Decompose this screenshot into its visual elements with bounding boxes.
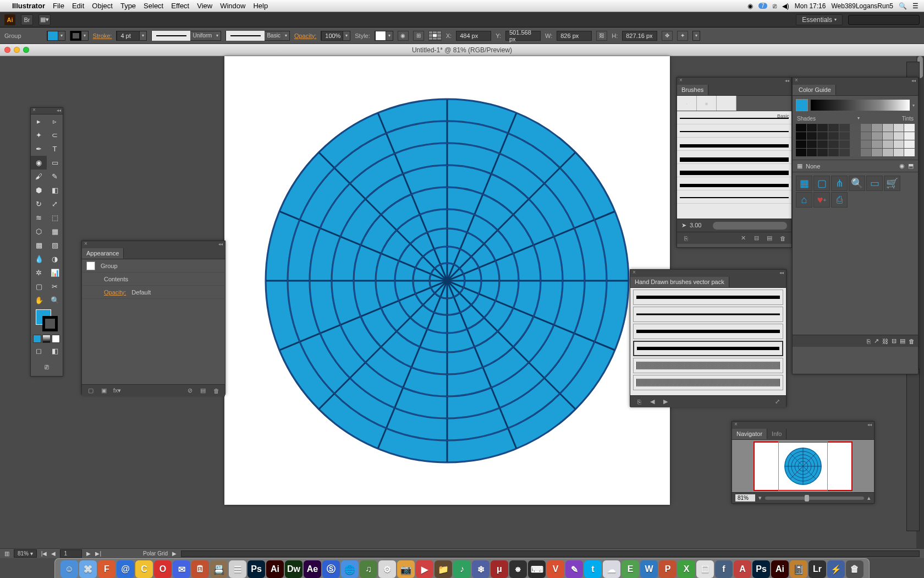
new-symbol-button[interactable]: ▤ <box>900 337 905 345</box>
align-button[interactable]: ⊞ <box>413 31 424 41</box>
navigator-proxy-view[interactable] <box>732 440 874 492</box>
zoom-out-button[interactable]: ▾ <box>758 494 762 501</box>
rectangle-tool[interactable]: ▭ <box>47 156 63 170</box>
color-cell[interactable] <box>796 140 806 148</box>
line-segment-tool[interactable]: ◉ <box>31 156 47 170</box>
blend-tool[interactable]: ◑ <box>47 252 63 266</box>
notification-center-icon[interactable]: ☰ <box>912 2 919 10</box>
brush-item[interactable] <box>633 307 783 322</box>
save-group-icon[interactable]: ⬒ <box>908 162 914 170</box>
remove-stroke-button[interactable]: ✕ <box>738 234 749 243</box>
close-window-button[interactable] <box>4 47 10 53</box>
color-cell[interactable] <box>839 140 850 148</box>
color-cell[interactable] <box>904 140 915 148</box>
delete-brush-button[interactable]: 🗑 <box>777 234 788 243</box>
dock-app-icon[interactable]: 📁 <box>435 560 452 578</box>
duplicate-button[interactable]: ▤ <box>197 386 208 395</box>
h-field[interactable]: 827.16 px <box>622 31 657 41</box>
brush-item[interactable] <box>633 358 783 373</box>
menu-select[interactable]: Select <box>144 2 163 10</box>
menu-window[interactable]: Window <box>220 2 245 10</box>
new-fill-button[interactable]: ▣ <box>98 386 109 395</box>
zoom-slider[interactable] <box>765 497 864 500</box>
dock-app-icon[interactable]: E <box>622 560 639 578</box>
color-cell[interactable] <box>807 124 817 132</box>
color-cell[interactable] <box>883 149 893 156</box>
style-swatch[interactable]: ▾ <box>375 31 393 41</box>
eraser-tool[interactable]: ◧ <box>47 183 63 197</box>
dock-app-icon[interactable]: C <box>135 560 153 578</box>
dock-app-icon[interactable]: ❄ <box>472 560 490 578</box>
scale-tool[interactable]: ⤢ <box>47 197 63 211</box>
dock-app-icon[interactable]: 🌐 <box>341 560 359 578</box>
shade-tint-dropdown[interactable]: ▾ <box>857 116 860 122</box>
status-dropdown[interactable]: ▶ <box>172 550 177 557</box>
shape-builder-tool[interactable]: ⬡ <box>31 225 47 238</box>
rule-name[interactable]: None <box>806 163 820 170</box>
menu-edit[interactable]: Edit <box>72 2 84 10</box>
color-cell[interactable] <box>807 149 817 156</box>
next-library-button[interactable]: ▶ <box>660 397 671 406</box>
color-cell[interactable] <box>894 132 904 140</box>
color-cell[interactable] <box>828 140 839 148</box>
gradient-tool[interactable]: ▨ <box>47 238 63 252</box>
color-cell[interactable] <box>904 124 915 132</box>
brush-swatch-1[interactable]: · <box>677 96 697 111</box>
color-cell[interactable] <box>828 149 839 156</box>
symbol-sprayer-tool[interactable]: ✲ <box>31 266 47 280</box>
color-mode-none[interactable] <box>52 335 60 343</box>
tools-panel-header[interactable] <box>31 108 63 114</box>
dock-app-icon[interactable]: Ⓢ <box>322 560 340 578</box>
first-artboard-button[interactable]: |◀ <box>41 550 47 557</box>
link-wh-button[interactable]: ⛓ <box>596 31 607 41</box>
symbol-calendar-icon[interactable]: ▦ <box>796 176 812 191</box>
dock-app-icon[interactable]: Ps <box>248 560 265 578</box>
harmony-dropdown-icon[interactable]: ▾ <box>912 103 915 108</box>
dock-app-icon[interactable]: Ps <box>752 560 770 578</box>
stroke-weight-field[interactable]: 4 pt▾ <box>116 31 147 41</box>
color-cell[interactable] <box>894 140 904 148</box>
artboard[interactable] <box>224 56 670 505</box>
brush-swatch-3[interactable] <box>717 96 736 111</box>
color-cell[interactable] <box>872 149 882 156</box>
brush-item-selected[interactable] <box>633 341 783 356</box>
brush-libraries-button[interactable]: ⎘ <box>680 234 691 243</box>
magic-wand-tool[interactable]: ✦ <box>31 128 47 142</box>
horizontal-scrollbar[interactable] <box>181 550 920 557</box>
draw-mode-behind[interactable]: ◧ <box>47 344 63 358</box>
color-cell[interactable] <box>883 124 893 132</box>
color-cell[interactable] <box>839 149 850 156</box>
fill-swatch[interactable]: ▾ <box>47 31 65 41</box>
screen-mode-button[interactable]: ⎚ <box>40 360 53 374</box>
color-cell[interactable] <box>850 132 861 140</box>
draw-mode-normal[interactable]: ◻ <box>31 344 47 358</box>
rotate-tool[interactable]: ↻ <box>31 197 47 211</box>
hand-drawn-brush-list[interactable] <box>630 288 786 395</box>
bridge-button[interactable]: Br <box>21 14 33 25</box>
menu-object[interactable]: Object <box>92 2 113 10</box>
color-cell[interactable] <box>807 132 817 140</box>
display-icon[interactable]: ⎚ <box>773 2 777 10</box>
menu-help[interactable]: Help <box>253 2 268 10</box>
add-to-brushes-button[interactable]: ⤢ <box>772 397 783 406</box>
symbol-search-icon[interactable]: 🔍 <box>849 176 865 191</box>
slice-tool[interactable]: ✂ <box>47 280 63 293</box>
dock-app-icon[interactable]: ☰ <box>229 560 246 578</box>
dock-app-icon[interactable]: Lr <box>809 560 826 578</box>
w-field[interactable]: 826 px <box>557 31 592 41</box>
dock-app-icon[interactable]: 📇 <box>210 560 228 578</box>
dock-app-icon[interactable]: 📓 <box>790 560 807 578</box>
color-variation-grid[interactable] <box>793 123 918 160</box>
pencil-tool[interactable]: ✎ <box>47 170 63 183</box>
info-tab[interactable]: Info <box>767 429 787 439</box>
symbol-cart-icon[interactable]: 🛒 <box>884 176 900 191</box>
dock-app-icon[interactable]: @ <box>117 560 134 578</box>
more-options[interactable]: ▾ <box>692 31 700 41</box>
artboard-number-field[interactable]: 1 <box>60 549 82 558</box>
perspective-grid-tool[interactable]: ▦ <box>47 225 63 238</box>
dock-app-icon[interactable]: 🗓 <box>191 560 209 578</box>
zoom-tool[interactable]: 🔍 <box>47 293 63 307</box>
brush-item[interactable]: Basic <box>677 111 791 124</box>
color-cell[interactable] <box>850 124 861 132</box>
dock-app-icon[interactable]: W <box>640 560 658 578</box>
